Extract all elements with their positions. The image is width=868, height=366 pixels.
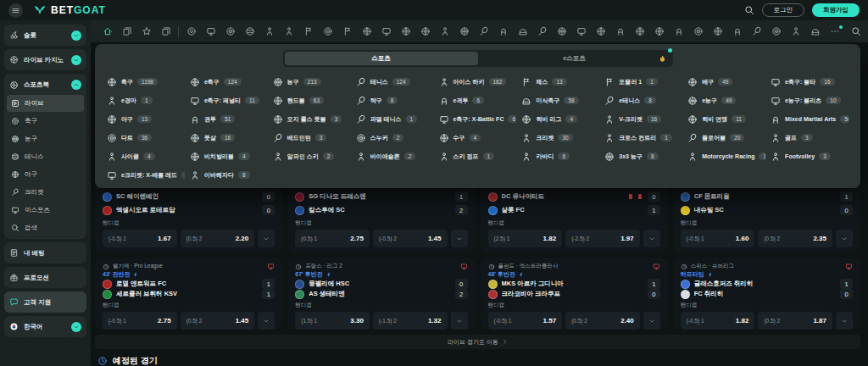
login-button[interactable]: 로그인 [762, 3, 805, 17]
sport-category-농구[interactable]: 농구213 [273, 73, 351, 91]
sidebar-subitem-크리켓[interactable]: 크리켓 [7, 184, 84, 201]
sport-category-체스[interactable]: 체스13 [521, 73, 599, 91]
sport-category-골프[interactable]: 골프3 [771, 129, 849, 147]
sidebar-item-live-casino[interactable]: 라이브 카지노 [4, 49, 86, 70]
kabaddi-icon[interactable] [279, 25, 298, 38]
tennis-icon[interactable] [240, 25, 259, 38]
sport-category-V-크리켓[interactable]: V-크리켓16 [604, 110, 682, 128]
sidebar-subitem-야구[interactable]: 야구 [7, 166, 84, 183]
mma-icon[interactable] [669, 25, 688, 38]
odds-button[interactable]: (-0.5) 11.82 [681, 312, 755, 330]
sport-category-Footvolley[interactable]: Footvolley3 [771, 147, 849, 165]
beer-icon[interactable] [727, 25, 747, 38]
sidebar-item-한국어[interactable]: 한국어 [4, 316, 86, 337]
odds-button[interactable]: (0.5) 21.87 [758, 312, 832, 330]
futsal-icon[interactable] [396, 25, 415, 38]
sidebar-subitem-농구[interactable]: 농구 [7, 130, 84, 147]
sport-category-e농구: 블리츠[interactable]: e농구: 블리츠10 [771, 92, 849, 109]
sport-category-미식축구[interactable]: 미식축구58 [521, 92, 599, 109]
odds-button[interactable]: (-0.5) 11.57 [488, 312, 563, 330]
volta-icon[interactable] [376, 25, 396, 38]
match-card[interactable]: 벨기에 · Pro League43' 전반전로열 앤트워프 FC1세르클러 브… [95, 258, 282, 330]
odds-button[interactable]: (-1.5) 21.32 [373, 312, 448, 330]
sport-category-알파인 스키[interactable]: 알파인 스키2 [273, 147, 351, 165]
bowling-icon[interactable] [708, 25, 727, 38]
sport-category-3x3 농구[interactable]: 3x3 농구8 [604, 147, 682, 165]
menu-toggle-button[interactable] [8, 3, 23, 18]
sidebar-subitem-이스포츠[interactable]: 이스포츠 [7, 202, 84, 219]
signup-button[interactable]: 회원가입 [812, 3, 860, 17]
sport-category-e축구: X-Battle FC[interactable]: e축구: X-Battle FC6 [439, 110, 517, 128]
match-card[interactable]: 프랑스 · 리그 267' 후반전몽펠리에 HSC0AS 생테티엔2핸디캡(1.… [287, 258, 475, 330]
volleyball-icon[interactable] [357, 25, 376, 38]
slips-icon[interactable] [156, 25, 175, 38]
odds-button[interactable]: (-0.5) 11.60 [681, 230, 755, 247]
sport-category-포뮬러 1[interactable]: 포뮬러 11 [604, 73, 682, 91]
odds-button[interactable]: (0.5) 22.20 [181, 230, 255, 247]
sport-category-테니스[interactable]: 테니스124 [356, 73, 434, 91]
odds-button[interactable]: (-0.5) 21.45 [373, 230, 448, 247]
darts2-icon[interactable] [318, 25, 337, 38]
sport-category-e경마[interactable]: e경마1 [107, 92, 185, 109]
sport-category-크로스 컨트리[interactable]: 크로스 컨트리1 [604, 129, 682, 147]
expand-odds-button[interactable] [836, 230, 853, 247]
e-fighting-icon[interactable] [493, 25, 513, 38]
home-icon[interactable] [97, 25, 117, 38]
ice-hockey-icon[interactable] [259, 25, 279, 38]
sidebar-subitem-축구[interactable]: 축구 [7, 113, 84, 130]
odds-button[interactable]: (-2.5) 21.97 [565, 230, 640, 247]
sidebar-item-내 베팅[interactable]: 내 베팅 [4, 242, 86, 263]
sport-category-바이애슬론[interactable]: 바이애슬론2 [356, 147, 434, 165]
match-card[interactable]: 스위스 · 슈퍼리그하프타임글래스호퍼즈 취리히1FC 취리히0핸디캡(-0.5… [673, 258, 860, 330]
odds-button[interactable]: (2.5) 11.82 [488, 230, 563, 247]
expand-odds-button[interactable] [258, 312, 275, 330]
boxing-icon[interactable] [610, 25, 630, 38]
star-icon[interactable] [136, 25, 156, 38]
odds-button[interactable]: (0.5) 22.35 [758, 230, 832, 247]
sport-category-이바헤자다[interactable]: 이바헤자다8 [190, 166, 268, 184]
sport-category-e농구[interactable]: e농구49 [687, 92, 765, 109]
expand-odds-button[interactable] [836, 312, 853, 330]
rugby-icon[interactable] [649, 25, 669, 38]
sport-category-e테니스[interactable]: e테니스8 [604, 92, 682, 109]
sport-category-수구[interactable]: 수구4 [439, 129, 517, 147]
sport-category-핸드볼[interactable]: 핸드볼63 [273, 92, 351, 109]
sport-category-배드민턴[interactable]: 배드민턴3 [273, 129, 351, 147]
e-tennis-icon[interactable] [532, 25, 552, 38]
expand-odds-button[interactable] [451, 230, 468, 247]
tab-sports[interactable]: 스포츠 [285, 52, 478, 65]
sport-category-e격투[interactable]: e격투6 [439, 92, 517, 109]
sport-category-Motorcycle Racing[interactable]: Motorcycle Racing1 [687, 147, 765, 165]
more-live-button[interactable]: 라이브 경기로 이동 [95, 335, 860, 349]
e-basketball-icon[interactable] [552, 25, 571, 38]
handball-icon[interactable] [415, 25, 435, 38]
flag-formula-icon[interactable] [337, 25, 357, 38]
sport-category-e크리켓: X-배틀 레드[interactable]: e크리켓: X-배틀 레드5 [107, 166, 185, 184]
soccer-icon[interactable] [181, 25, 201, 38]
chess-icon[interactable] [298, 25, 318, 38]
odds-button[interactable]: (0.5) 21.45 [181, 312, 255, 330]
baseball-icon[interactable] [591, 25, 610, 38]
expand-odds-button[interactable] [643, 312, 660, 330]
odds-button[interactable]: (-0.5) 12.75 [103, 312, 177, 330]
sport-category-스키 점프[interactable]: 스키 점프1 [439, 147, 517, 165]
sidebar-item-프로모션[interactable]: 프로모션 [4, 267, 86, 288]
sport-category-다트[interactable]: 다트36 [107, 129, 185, 147]
pie-icon[interactable] [688, 25, 708, 38]
odds-button[interactable]: (0.5) 12.75 [295, 230, 370, 247]
expand-odds-button[interactable] [451, 312, 468, 330]
brand-logo[interactable]: BETGOAT [33, 3, 106, 17]
lotto-icon[interactable] [117, 25, 136, 38]
strip-search-icon[interactable] [851, 26, 861, 36]
header-search-icon[interactable] [744, 5, 754, 15]
table-tennis-icon[interactable] [474, 25, 493, 38]
more-icon[interactable] [825, 25, 844, 38]
sport-category-권투[interactable]: 권투51 [190, 110, 268, 128]
tab-esports[interactable]: e스포츠 [478, 52, 671, 65]
penalty-icon[interactable] [220, 25, 240, 38]
cycling-icon[interactable] [786, 25, 805, 38]
match-card[interactable]: 폴란드 · 엑스트라클라사48' 후반전MKS 아르카 그디니아1크라코비아 크… [481, 258, 668, 330]
sport-category-축구[interactable]: 축구1198 [107, 73, 185, 91]
sport-category-e축구: 페널티[interactable]: e축구: 페널티11 [190, 92, 268, 109]
sport-category-럭비 리그[interactable]: 럭비 리그4 [521, 110, 599, 128]
